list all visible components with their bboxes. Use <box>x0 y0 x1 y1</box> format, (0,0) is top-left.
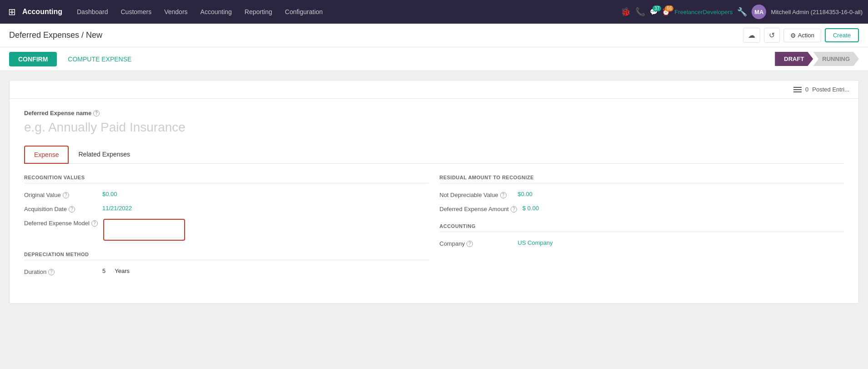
avatar[interactable]: MA <box>752 5 766 19</box>
brand-label: Accounting <box>22 8 62 16</box>
original-value-help[interactable]: ? <box>63 192 69 198</box>
user-name-label[interactable]: Mitchell Admin (21184353-16-0-all) <box>771 9 863 15</box>
accounting-title: ACCOUNTING <box>440 223 844 232</box>
name-input[interactable] <box>24 118 844 136</box>
action-label: Action <box>798 32 814 39</box>
company-help[interactable]: ? <box>467 241 473 247</box>
not-depreciable-value[interactable]: $0.00 <box>518 191 533 197</box>
right-column: RESIDUAL AMOUNT TO RECOGNIZE Not Depreci… <box>440 175 844 282</box>
deferred-expense-amount-label: Deferred Expense Amount ? <box>440 205 517 212</box>
toolbar-actions: CONFIRM COMPUTE EXPENSE <box>9 52 139 66</box>
wrench-icon[interactable]: 🔧 <box>737 7 747 17</box>
deferred-amount-help[interactable]: ? <box>511 206 517 212</box>
deferred-expense-name-field: Deferred Expense name ? <box>24 110 844 136</box>
company-value[interactable]: US Company <box>518 239 553 246</box>
tab-content-expense: RECOGNITION VALUES Original Value ? $0.0… <box>24 164 844 293</box>
name-label: Deferred Expense name ? <box>24 110 844 116</box>
line-2 <box>793 89 802 90</box>
acquisition-date-help[interactable]: ? <box>69 206 75 212</box>
posted-entries-header: 0 Posted Entri... <box>10 81 858 99</box>
confirm-button[interactable]: CONFIRM <box>9 52 57 66</box>
original-value-label: Original Value ? <box>24 191 97 198</box>
form-body: Deferred Expense name ? Expense Related … <box>10 99 858 303</box>
acquisition-date-value[interactable]: 11/21/2022 <box>102 205 132 212</box>
residual-amount-title: RESIDUAL AMOUNT TO RECOGNIZE <box>440 175 844 183</box>
chat-badge[interactable]: 💬 37 <box>650 8 657 15</box>
nav-icons: 🐞 📞 💬 37 ⏰ 66 FreelancerDevelopers 🔧 MA … <box>621 5 863 19</box>
cloud-save-button[interactable]: ☁ <box>743 28 760 43</box>
deferred-expense-amount-row: Deferred Expense Amount ? $ 0.00 <box>440 205 844 212</box>
nav-item-accounting[interactable]: Accounting <box>195 5 237 18</box>
tab-related-expenses[interactable]: Related Expenses <box>69 146 140 164</box>
org-name[interactable]: FreelancerDevelopers <box>674 9 733 15</box>
lines-icon <box>793 87 802 92</box>
status-running[interactable]: RUNNING <box>813 52 859 66</box>
duration-label: Duration ? <box>24 268 97 275</box>
left-column: RECOGNITION VALUES Original Value ? $0.0… <box>24 175 429 282</box>
create-button[interactable]: Create <box>825 28 859 42</box>
main-content: 0 Posted Entri... Deferred Expense name … <box>0 71 868 369</box>
status-bar: DRAFT RUNNING <box>775 52 859 66</box>
breadcrumb-actions: ☁ ↺ ⚙ Action Create <box>743 28 859 43</box>
nav-item-dashboard[interactable]: Dashboard <box>71 5 114 18</box>
duration-row: Duration ? 5 Years <box>24 268 429 275</box>
not-depreciable-label: Not Depreciable Value ? <box>440 191 512 198</box>
gear-icon: ⚙ <box>790 32 796 39</box>
toolbar: CONFIRM COMPUTE EXPENSE DRAFT RUNNING <box>0 47 868 71</box>
duration-value[interactable]: 5 <box>102 268 105 274</box>
compute-expense-button[interactable]: COMPUTE EXPENSE <box>60 52 139 66</box>
deferred-expense-model-label: Deferred Expense Model ? <box>24 219 98 227</box>
original-value[interactable]: $0.00 <box>102 191 117 197</box>
activity-badge[interactable]: ⏰ 66 <box>662 8 670 15</box>
not-depreciable-row: Not Depreciable Value ? $0.00 <box>440 191 844 198</box>
deferred-expense-amount-value[interactable]: $ 0.00 <box>522 205 539 212</box>
recognition-values-title: RECOGNITION VALUES <box>24 175 429 183</box>
duration-suffix: Years <box>115 268 130 274</box>
apps-menu-icon[interactable]: ⊞ <box>5 4 19 20</box>
duration-help[interactable]: ? <box>48 269 55 275</box>
tabs: Expense Related Expenses <box>24 146 844 164</box>
nav-item-configuration[interactable]: Configuration <box>280 5 328 18</box>
top-navigation: ⊞ Accounting Dashboard Customers Vendors… <box>0 0 868 24</box>
company-row: Company ? US Company <box>440 239 844 247</box>
action-button[interactable]: ⚙ Action <box>783 29 821 42</box>
avatar-initials: MA <box>754 9 763 15</box>
chat-count: 37 <box>652 5 661 11</box>
refresh-button[interactable]: ↺ <box>764 28 780 43</box>
not-depreciable-help[interactable]: ? <box>500 192 507 198</box>
original-value-row: Original Value ? $0.00 <box>24 191 429 198</box>
two-column-layout: RECOGNITION VALUES Original Value ? $0.0… <box>24 175 844 282</box>
deferred-expense-model-row: Deferred Expense Model ? <box>24 219 429 241</box>
nav-menu: Dashboard Customers Vendors Accounting R… <box>71 5 619 18</box>
tab-expense[interactable]: Expense <box>24 146 69 164</box>
deferred-expense-model-input[interactable] <box>103 219 185 241</box>
nav-item-reporting[interactable]: Reporting <box>239 5 278 18</box>
nav-item-customers[interactable]: Customers <box>115 5 157 18</box>
phone-icon[interactable]: 📞 <box>635 7 645 17</box>
posted-entries-button[interactable]: 0 Posted Entri... <box>793 86 849 93</box>
form-card: 0 Posted Entri... Deferred Expense name … <box>9 80 859 304</box>
line-1 <box>793 87 802 88</box>
posted-entries-label: Posted Entri... <box>812 86 849 93</box>
deferred-model-help[interactable]: ? <box>91 220 98 227</box>
activity-count: 66 <box>665 5 673 11</box>
name-help-icon[interactable]: ? <box>93 110 100 116</box>
depreciation-method-title: DEPRECIATION METHOD <box>24 252 429 260</box>
acquisition-date-row: Acquisition Date ? 11/21/2022 <box>24 205 429 212</box>
line-3 <box>793 91 802 92</box>
status-draft[interactable]: DRAFT <box>775 52 813 66</box>
nav-item-vendors[interactable]: Vendors <box>159 5 193 18</box>
breadcrumb: Deferred Expenses / New <box>9 30 102 40</box>
posted-entries-count: 0 <box>805 86 808 93</box>
bug-icon[interactable]: 🐞 <box>621 7 631 17</box>
company-label: Company ? <box>440 239 512 247</box>
acquisition-date-label: Acquisition Date ? <box>24 205 97 212</box>
breadcrumb-bar: Deferred Expenses / New ☁ ↺ ⚙ Action Cre… <box>0 24 868 47</box>
